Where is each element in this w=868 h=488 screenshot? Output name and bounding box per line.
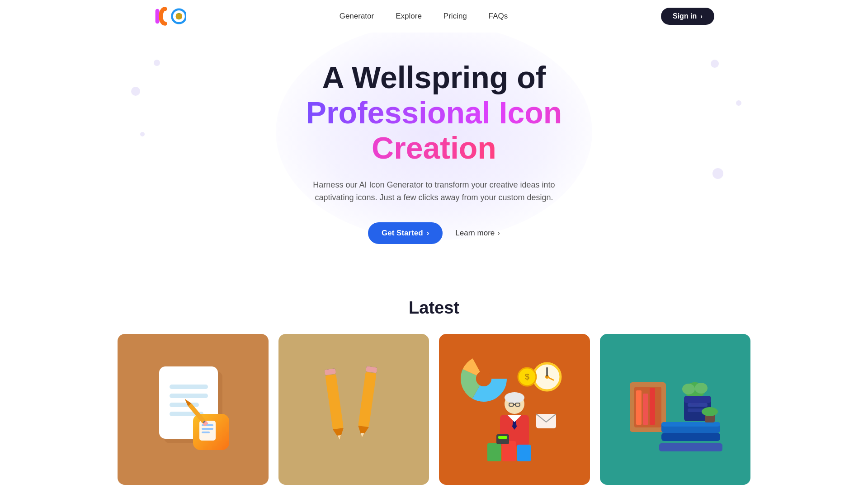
latest-section: Latest bbox=[0, 280, 868, 488]
svg-rect-54 bbox=[498, 436, 507, 439]
nav-pricing[interactable]: Pricing bbox=[443, 12, 467, 20]
signin-arrow-icon: › bbox=[700, 13, 703, 20]
svg-rect-3 bbox=[176, 14, 182, 19]
nav-links: Generator Explore Pricing FAQs bbox=[340, 12, 508, 21]
svg-rect-70 bbox=[688, 403, 708, 407]
hero-title: A Wellspring of Professional Icon Creati… bbox=[258, 60, 610, 166]
learn-more-arrow-icon: › bbox=[497, 229, 500, 238]
get-started-button[interactable]: Get Started › bbox=[368, 222, 443, 244]
svg-point-63 bbox=[682, 384, 695, 394]
svg-rect-69 bbox=[684, 396, 711, 403]
icon-card-note-pencil[interactable] bbox=[118, 334, 269, 485]
svg-rect-58 bbox=[636, 390, 642, 425]
icon-card-books-desk[interactable] bbox=[600, 334, 751, 485]
svg-point-34 bbox=[476, 371, 491, 386]
svg-point-64 bbox=[695, 383, 708, 394]
svg-rect-13 bbox=[202, 428, 213, 430]
hero-dot-2 bbox=[131, 87, 140, 96]
svg-rect-67 bbox=[661, 433, 720, 441]
svg-rect-74 bbox=[659, 443, 722, 451]
signin-button[interactable]: Sign in › bbox=[661, 8, 714, 25]
hero-content: A Wellspring of Professional Icon Creati… bbox=[258, 60, 610, 244]
svg-marker-28 bbox=[357, 426, 369, 438]
hero-dot-1 bbox=[154, 60, 160, 66]
svg-rect-59 bbox=[643, 394, 648, 425]
svg-rect-8 bbox=[170, 403, 199, 407]
svg-rect-53 bbox=[496, 434, 509, 444]
svg-rect-50 bbox=[487, 443, 501, 461]
logo[interactable] bbox=[154, 5, 186, 28]
svg-rect-14 bbox=[202, 432, 210, 433]
hero-section: A Wellspring of Professional Icon Creati… bbox=[0, 33, 868, 280]
icon-card-educator[interactable]: $ bbox=[439, 334, 590, 485]
svg-rect-7 bbox=[170, 394, 208, 398]
nav-faqs[interactable]: FAQs bbox=[489, 12, 508, 20]
svg-rect-27 bbox=[358, 372, 376, 427]
hero-dot-6 bbox=[712, 168, 723, 179]
hero-subtitle: Harness our AI Icon Generator to transfo… bbox=[307, 178, 561, 205]
svg-text:$: $ bbox=[525, 372, 529, 381]
hero-title-plain: A Wellspring of bbox=[322, 60, 546, 94]
hero-dot-4 bbox=[711, 60, 719, 68]
svg-rect-21 bbox=[326, 374, 344, 429]
icon-card-pencils[interactable] bbox=[278, 334, 429, 485]
latest-title: Latest bbox=[118, 298, 750, 318]
learn-more-button[interactable]: Learn more › bbox=[455, 229, 500, 238]
hero-title-gradient: Professional Icon Creation bbox=[306, 95, 562, 165]
hero-dot-3 bbox=[140, 132, 145, 136]
navbar: Generator Explore Pricing FAQs Sign in › bbox=[0, 0, 868, 33]
icon-grid-row1: $ bbox=[118, 334, 750, 485]
svg-rect-60 bbox=[650, 388, 655, 425]
nav-explore[interactable]: Explore bbox=[396, 12, 422, 20]
svg-marker-22 bbox=[333, 428, 345, 441]
svg-rect-71 bbox=[688, 408, 704, 412]
get-started-arrow-icon: › bbox=[427, 229, 429, 238]
svg-rect-6 bbox=[170, 385, 208, 389]
svg-rect-52 bbox=[517, 445, 531, 461]
hero-dot-5 bbox=[736, 100, 741, 106]
svg-point-42 bbox=[505, 392, 524, 403]
hero-actions: Get Started › Learn more › bbox=[258, 222, 610, 244]
svg-point-73 bbox=[702, 407, 718, 416]
nav-generator[interactable]: Generator bbox=[340, 12, 374, 20]
svg-rect-66 bbox=[661, 422, 720, 427]
